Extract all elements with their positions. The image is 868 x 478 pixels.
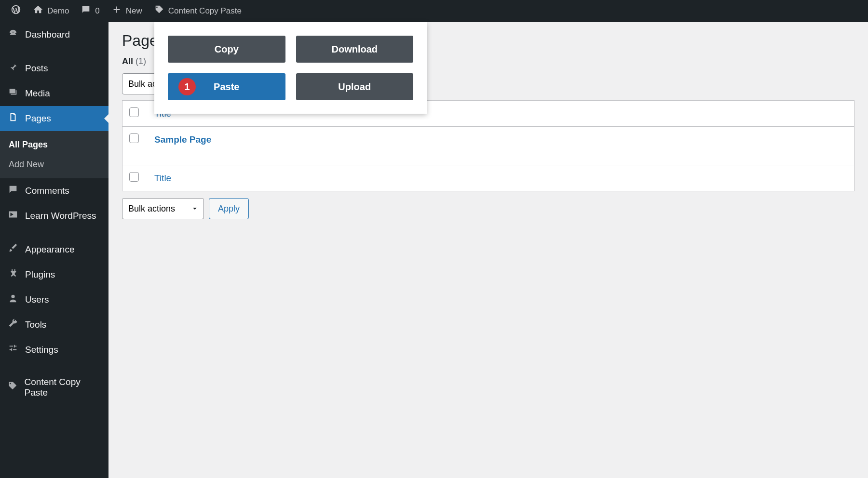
bulk-actions-select-bottom[interactable]: Bulk actions bbox=[122, 198, 204, 219]
menu-plugins[interactable]: Plugins bbox=[0, 262, 108, 287]
content-copy-paste-menu[interactable]: Content Copy Paste bbox=[148, 0, 247, 22]
submenu-add-new[interactable]: Add New bbox=[0, 155, 108, 174]
menu-label: Plugins bbox=[25, 269, 55, 280]
dashboard-icon bbox=[7, 28, 19, 41]
menu-label: Users bbox=[25, 294, 49, 305]
menu-content-copy-paste[interactable]: Content Copy Paste bbox=[0, 371, 108, 404]
menu-label: Comments bbox=[25, 186, 69, 196]
copy-button[interactable]: Copy bbox=[168, 36, 285, 63]
admin-sidebar: Dashboard Posts Media Pages All Pages Ad… bbox=[0, 22, 108, 478]
menu-media[interactable]: Media bbox=[0, 81, 108, 106]
step-badge: 1 bbox=[178, 78, 196, 95]
brush-icon bbox=[7, 243, 19, 256]
user-icon bbox=[7, 293, 19, 306]
download-button[interactable]: Download bbox=[296, 36, 414, 63]
menu-label: Tools bbox=[25, 319, 46, 330]
column-title-footer[interactable]: Title bbox=[147, 165, 854, 191]
media-icon bbox=[7, 87, 19, 100]
plug-icon bbox=[7, 268, 19, 281]
bulk-actions-bottom: Bulk actions Apply bbox=[122, 198, 854, 219]
wrench-icon bbox=[7, 318, 19, 332]
plus-icon bbox=[111, 4, 122, 18]
menu-label: Appearance bbox=[25, 244, 74, 255]
menu-learn-wordpress[interactable]: Learn WordPress bbox=[0, 203, 108, 228]
pin-icon bbox=[7, 62, 19, 75]
menu-label: Dashboard bbox=[25, 29, 70, 40]
wordpress-icon bbox=[11, 4, 21, 18]
apply-button-bottom[interactable]: Apply bbox=[209, 198, 249, 219]
admin-toolbar: Demo 0 New Content Copy Paste bbox=[0, 0, 868, 22]
comments-count: 0 bbox=[95, 6, 99, 16]
submenu-all-pages[interactable]: All Pages bbox=[0, 135, 108, 155]
home-icon bbox=[33, 4, 43, 18]
menu-pages[interactable]: Pages bbox=[0, 106, 108, 131]
menu-label: Posts bbox=[25, 63, 48, 74]
pages-icon bbox=[7, 112, 19, 125]
filter-all-link[interactable]: All bbox=[122, 56, 133, 66]
site-name: Demo bbox=[47, 6, 69, 16]
paste-button[interactable]: 1 Paste bbox=[168, 73, 285, 100]
menu-users[interactable]: Users bbox=[0, 287, 108, 312]
sliders-icon bbox=[7, 343, 19, 357]
select-all-bottom[interactable] bbox=[129, 172, 139, 182]
comments-link[interactable]: 0 bbox=[75, 0, 105, 22]
comments-icon bbox=[7, 184, 19, 198]
menu-settings[interactable]: Settings bbox=[0, 337, 108, 362]
wp-logo[interactable] bbox=[5, 0, 27, 22]
new-content-link[interactable]: New bbox=[106, 0, 148, 22]
page-title-link[interactable]: Sample Page bbox=[154, 134, 211, 145]
menu-label: Settings bbox=[25, 345, 58, 355]
select-all-top[interactable] bbox=[129, 107, 139, 117]
content-copy-paste-dropdown: Copy Download 1 Paste Upload bbox=[154, 22, 427, 114]
row-checkbox[interactable] bbox=[129, 133, 139, 143]
table-row: Sample Page bbox=[122, 127, 854, 165]
new-label: New bbox=[126, 6, 142, 16]
tag-icon bbox=[7, 381, 19, 394]
pages-table: Title Sample Page Title bbox=[122, 100, 854, 191]
pages-submenu: All Pages Add New bbox=[0, 131, 108, 178]
upload-button[interactable]: Upload bbox=[296, 73, 414, 100]
menu-label: Media bbox=[25, 88, 50, 99]
menu-label: Content Copy Paste bbox=[25, 377, 102, 398]
tag-icon bbox=[154, 4, 164, 18]
video-icon bbox=[7, 209, 19, 223]
menu-label: Learn WordPress bbox=[25, 211, 96, 221]
menu-appearance[interactable]: Appearance bbox=[0, 237, 108, 262]
site-home-link[interactable]: Demo bbox=[27, 0, 75, 22]
menu-comments[interactable]: Comments bbox=[0, 178, 108, 203]
comment-icon bbox=[81, 4, 91, 18]
filter-all-count: (1) bbox=[136, 56, 146, 66]
menu-posts[interactable]: Posts bbox=[0, 56, 108, 81]
menu-tools[interactable]: Tools bbox=[0, 312, 108, 337]
plugin-label: Content Copy Paste bbox=[168, 6, 242, 16]
menu-label: Pages bbox=[25, 113, 51, 124]
menu-dashboard[interactable]: Dashboard bbox=[0, 22, 108, 47]
